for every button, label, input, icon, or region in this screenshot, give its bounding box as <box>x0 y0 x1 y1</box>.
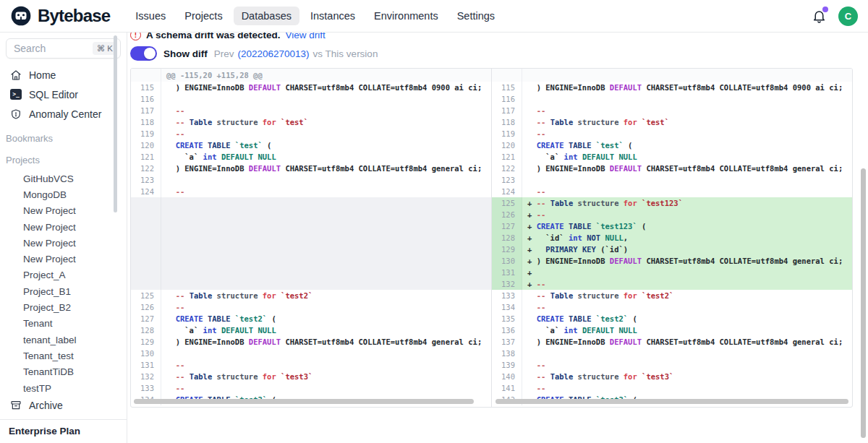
line-number: 124 <box>131 186 161 197</box>
diff-line-added: 127+ CREATE TABLE `test123` ( <box>492 220 852 232</box>
code-line: CREATE TABLE `test` ( <box>522 141 852 150</box>
line-number: 119 <box>492 128 522 139</box>
diff-line: 133 -- <box>131 382 491 394</box>
code-line: -- <box>522 303 852 311</box>
code-line: + CREATE TABLE `test123` ( <box>522 222 852 231</box>
line-number: 121 <box>131 151 161 163</box>
code-line: `a` int DEFAULT NULL <box>522 152 852 161</box>
diff-line: 120 CREATE TABLE `test` ( <box>131 139 491 151</box>
project-item[interactable]: New Project <box>0 219 127 235</box>
code-line: CREATE TABLE `test` ( <box>161 141 491 150</box>
project-item[interactable]: TenantTiDB <box>0 364 127 380</box>
line-number: 132 <box>131 371 161 382</box>
diff-line: 118 -- Table structure for `test` <box>131 116 491 128</box>
project-item[interactable]: Project_B2 <box>0 299 127 315</box>
show-diff-toggle[interactable] <box>130 46 157 61</box>
code-line <box>161 95 491 103</box>
code-line: -- <box>161 106 491 115</box>
project-item[interactable]: Tenant_test <box>0 348 127 364</box>
archive-label: Archive <box>29 400 63 411</box>
nav-item-projects[interactable]: Projects <box>176 7 230 25</box>
project-item[interactable]: New Project <box>0 251 127 267</box>
code-line: -- <box>522 106 852 115</box>
diff-hunk-header: @@ -115,20 +115,28 @@ <box>131 69 491 82</box>
project-item[interactable]: GitHubVCS <box>0 171 127 186</box>
notification-dot <box>822 7 828 12</box>
main-nav: IssuesProjectsDatabasesInstancesEnvironm… <box>127 7 503 25</box>
horizontal-scrollbar[interactable] <box>495 399 848 404</box>
line-number: 130 <box>131 348 161 359</box>
code-line: -- <box>522 384 852 392</box>
search-input[interactable]: Search ⌘ K <box>6 38 121 59</box>
project-item[interactable]: tenant_label <box>0 332 127 348</box>
code-line: CREATE TABLE `test2` ( <box>522 314 852 323</box>
sidebar-item-anomaly-center[interactable]: Anomaly Center <box>0 104 127 124</box>
diff-line: 116 <box>131 93 491 105</box>
project-item[interactable]: Tenant <box>0 316 127 332</box>
sidebar-item-sql-editor[interactable]: >_SQL Editor <box>0 85 127 104</box>
diff-line: 116 <box>492 93 852 105</box>
notifications-bell-icon[interactable] <box>812 9 827 24</box>
code-line: `a` int DEFAULT NULL <box>522 326 852 335</box>
code-line: -- Table structure for `test` <box>161 118 491 126</box>
code-line <box>522 176 852 184</box>
home-icon <box>10 69 22 81</box>
diff-placeholder-block <box>131 197 491 290</box>
nav-item-databases[interactable]: Databases <box>234 7 299 25</box>
diff-line: 122 ) ENGINE=InnoDB DEFAULT CHARSET=utf8… <box>492 163 852 174</box>
line-number: 123 <box>131 174 161 186</box>
search-placeholder: Search <box>14 43 46 54</box>
project-item[interactable]: New Project <box>0 235 127 251</box>
prev-label: Prev <box>214 48 234 59</box>
line-number: 121 <box>492 151 522 163</box>
project-item[interactable]: testTP <box>0 380 127 396</box>
diff-line: 139 -- <box>492 359 852 371</box>
line-number: 127 <box>131 313 161 324</box>
line-number: 139 <box>492 359 522 371</box>
code-line: -- Table structure for `test2` <box>161 291 491 300</box>
code-line: + -- Table structure for `test123` <box>522 199 852 207</box>
diff-line: 132 -- Table structure for `test3` <box>131 371 491 382</box>
diff-line: 115 ) ENGINE=InnoDB DEFAULT CHARSET=utf8… <box>131 82 491 93</box>
code-line: `a` int DEFAULT NULL <box>161 326 491 335</box>
sidebar-bottom: Archive Enterprise Plan <box>0 395 127 443</box>
navbar-right: C <box>812 7 858 26</box>
line-number: 125 <box>492 197 522 209</box>
code-line: -- <box>161 129 491 138</box>
diff-line-added: 128+ `id` int NOT NULL, <box>492 232 852 244</box>
nav-item-instances[interactable]: Instances <box>302 7 363 25</box>
code-line: -- <box>161 361 491 369</box>
code-line: -- <box>161 384 491 392</box>
diff-line: 137 ) ENGINE=InnoDB DEFAULT CHARSET=utf8… <box>492 336 852 348</box>
sidebar-item-archive[interactable]: Archive <box>0 395 127 415</box>
sidebar-section-bookmarks: Bookmarks <box>0 133 127 145</box>
line-number: 133 <box>492 290 522 301</box>
user-avatar[interactable]: C <box>838 7 858 26</box>
code-line: -- Table structure for `test2` <box>522 291 852 300</box>
code-line: ) ENGINE=InnoDB DEFAULT CHARSET=utf8mb4 … <box>161 337 491 346</box>
sidebar-item-label: Anomaly Center <box>29 108 101 120</box>
project-item[interactable]: New Project <box>0 203 127 219</box>
line-number: 130 <box>492 255 522 267</box>
diff-line: 138 <box>492 348 852 359</box>
show-diff-label: Show diff <box>163 48 208 59</box>
sidebar-scrollbar[interactable] <box>114 35 117 212</box>
project-item[interactable]: MongoDB <box>0 186 127 202</box>
sidebar-item-home[interactable]: Home <box>0 65 127 85</box>
prev-version-link[interactable]: (202206270013) <box>238 48 310 59</box>
project-item[interactable]: Project_A <box>0 267 127 283</box>
nav-item-issues[interactable]: Issues <box>127 7 174 25</box>
vs-this-version-label: vs This version <box>313 48 378 59</box>
diff-line: 115 ) ENGINE=InnoDB DEFAULT CHARSET=utf8… <box>492 82 852 93</box>
code-line: + <box>522 268 852 277</box>
nav-item-environments[interactable]: Environments <box>366 7 446 25</box>
project-item[interactable]: Project_B1 <box>0 283 127 299</box>
line-number: 141 <box>492 382 522 394</box>
line-number: 137 <box>492 336 522 348</box>
bytebase-logo[interactable]: Bytebase <box>10 5 110 27</box>
sidebar: Search ⌘ K Home>_SQL EditorAnomaly Cente… <box>0 33 127 443</box>
diff-line: 118 -- Table structure for `test` <box>492 116 852 128</box>
page-vertical-scrollbar[interactable] <box>861 168 866 438</box>
nav-item-settings[interactable]: Settings <box>449 7 503 25</box>
horizontal-scrollbar[interactable] <box>134 399 474 404</box>
